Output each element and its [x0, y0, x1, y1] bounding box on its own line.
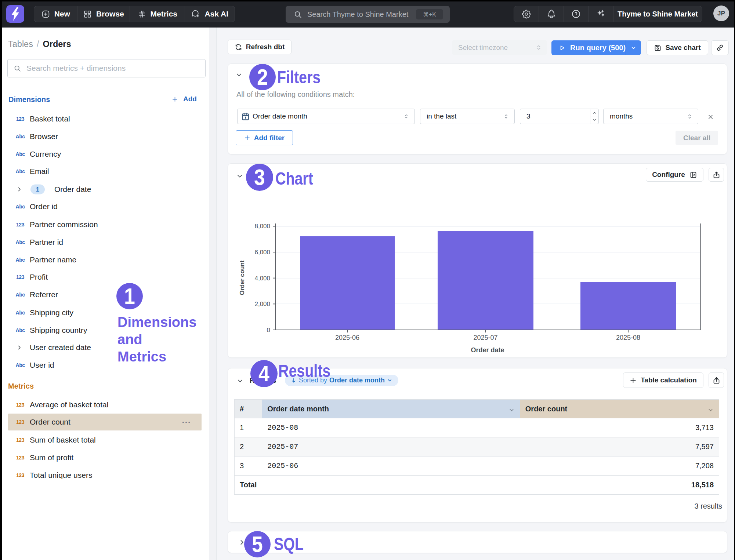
svg-text:2025-06: 2025-06 [335, 334, 359, 341]
svg-text:6,000: 6,000 [254, 249, 270, 256]
svg-text:8,000: 8,000 [254, 223, 270, 230]
svg-text:2025-07: 2025-07 [473, 334, 497, 341]
svg-text:2,000: 2,000 [254, 301, 270, 308]
svg-text:2025-08: 2025-08 [616, 334, 640, 341]
svg-text:Order date: Order date [471, 346, 504, 354]
svg-text:0: 0 [267, 327, 270, 334]
svg-text:4,000: 4,000 [254, 275, 270, 282]
svg-text:Order count: Order count [239, 260, 245, 295]
